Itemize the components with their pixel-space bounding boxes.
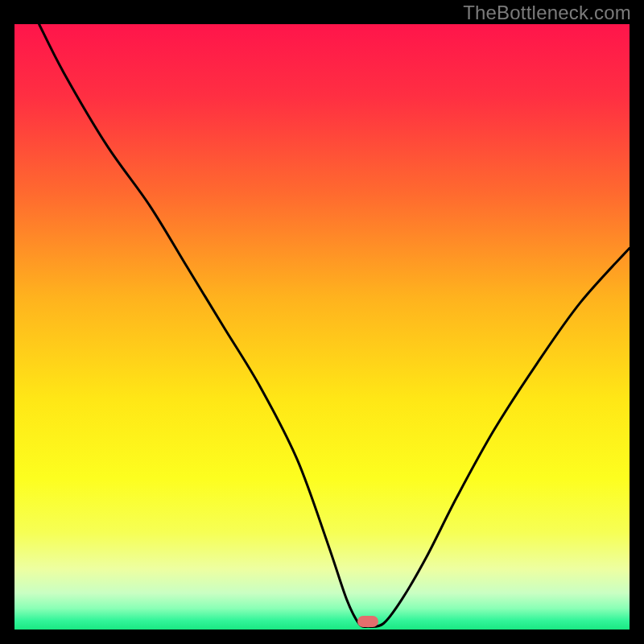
chart-plot-area — [14, 24, 630, 630]
chart-curve-layer — [14, 24, 630, 630]
bottleneck-curve-line — [39, 24, 630, 627]
chart-frame — [14, 24, 630, 630]
optimal-point-marker — [357, 616, 378, 627]
watermark-text: TheBottleneck.com — [463, 2, 631, 24]
